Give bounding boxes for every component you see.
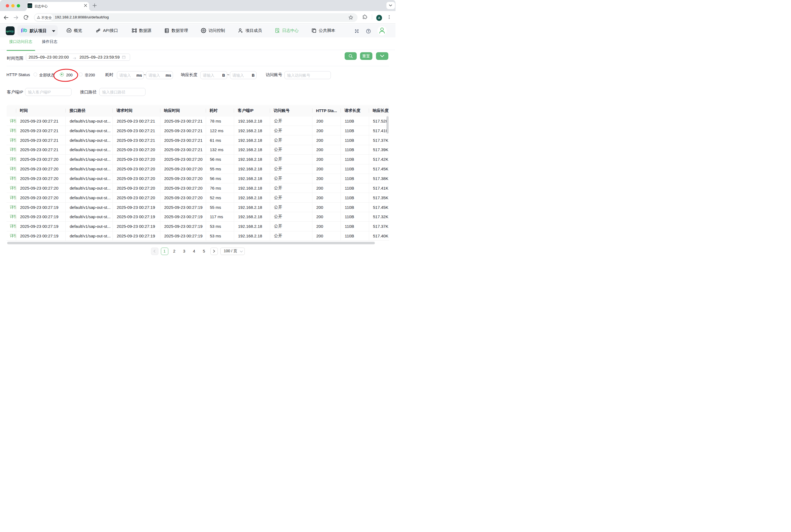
- svg-text:P: P: [25, 29, 27, 32]
- svg-text:apiSQL: apiSQL: [6, 30, 14, 33]
- svg-text:apiSQL: apiSQL: [27, 5, 32, 6]
